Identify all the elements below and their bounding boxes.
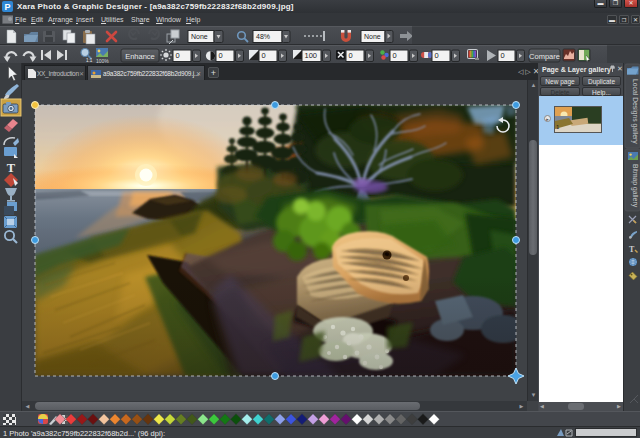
svg-text:Enhance: Enhance (125, 52, 155, 61)
svg-text:T: T (629, 245, 635, 254)
svg-text:Local Designs gallery: Local Designs gallery (631, 79, 639, 144)
svg-text:0: 0 (349, 51, 353, 60)
svg-text:48%: 48% (256, 33, 270, 40)
svg-text:P: P (4, 2, 10, 12)
svg-text:100: 100 (305, 51, 318, 60)
svg-text:Bitmap gallery: Bitmap gallery (631, 164, 639, 208)
svg-text:0: 0 (435, 51, 439, 60)
svg-text:Compare: Compare (529, 52, 560, 61)
svg-text:0: 0 (262, 51, 266, 60)
svg-text:T: T (7, 161, 16, 175)
svg-text:None: None (364, 33, 381, 40)
svg-text:0: 0 (501, 51, 505, 60)
svg-text:0: 0 (176, 51, 180, 60)
svg-text:0: 0 (219, 51, 223, 60)
svg-text:0: 0 (393, 51, 397, 60)
svg-text:None: None (191, 33, 208, 40)
